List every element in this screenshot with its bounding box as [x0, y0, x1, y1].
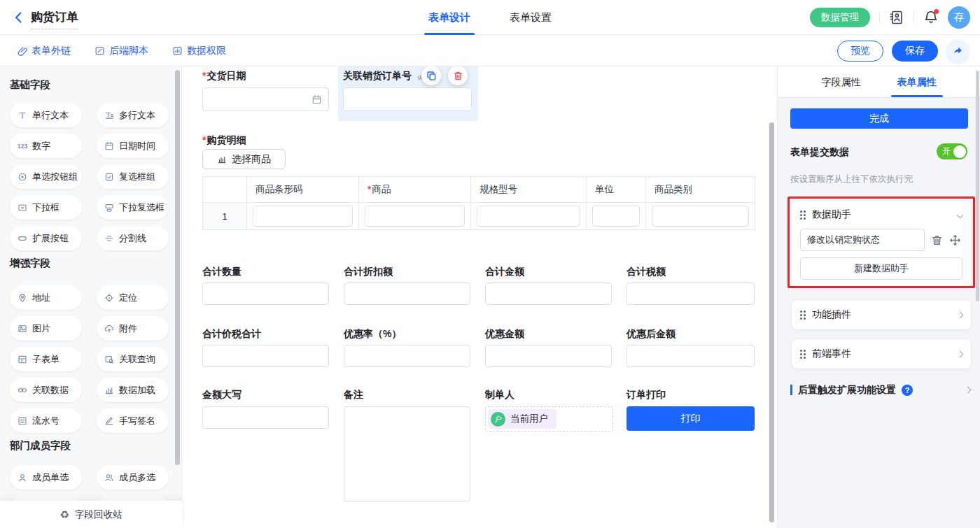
chip-extend-button[interactable]: 扩展按钮 [10, 226, 82, 250]
print-field-label: 订单打印 [626, 389, 666, 401]
help-icon[interactable]: ? [902, 385, 913, 396]
done-button[interactable]: 完成 [790, 108, 968, 129]
chip-signature[interactable]: 手写签名 [97, 408, 169, 433]
new-assistant-button[interactable]: 新建数据助手 [800, 257, 962, 280]
chip-select[interactable]: 下拉框 [10, 195, 82, 220]
contacts-icon[interactable] [889, 10, 904, 25]
delete-assistant-icon[interactable] [931, 234, 943, 246]
total-qty-input[interactable] [202, 283, 329, 305]
external-link-button[interactable]: 表单外链 [17, 45, 71, 57]
print-button[interactable]: 打印 [626, 406, 755, 431]
chip-multi-line-text[interactable]: 多行文本 [97, 103, 169, 127]
tab-field-properties[interactable]: 字段属性 [822, 66, 861, 97]
textarea-icon [104, 110, 114, 120]
barcode-input[interactable] [253, 206, 353, 227]
total-tax-input[interactable] [626, 283, 755, 305]
dropdown-multi-icon [104, 203, 114, 213]
tab-form-settings[interactable]: 表单设置 [510, 0, 552, 35]
save-button[interactable]: 保存 [892, 41, 938, 62]
total-qty-label: 合计数量 [202, 266, 241, 278]
share-button[interactable] [946, 40, 969, 62]
canvas-scrollbar[interactable] [769, 122, 774, 522]
drag-handle-icon[interactable] [800, 311, 806, 320]
delivery-date-input[interactable] [202, 87, 329, 111]
backend-script-button[interactable]: 后端脚本 [94, 45, 148, 57]
data-manage-button[interactable]: 数据管理 [810, 8, 870, 27]
chip-member-multi[interactable]: 成员多选 [97, 465, 169, 490]
chip-multi-select[interactable]: 下拉复选框 [97, 195, 169, 220]
data-assistant-card[interactable]: 数据助手 修改以销定购状态 新建数据助手 [792, 201, 971, 288]
assistant-item-input[interactable]: 修改以销定购状态 [800, 229, 925, 251]
product-input[interactable] [365, 206, 465, 227]
chip-divider[interactable]: 分割线 [97, 226, 169, 250]
tab-form-properties[interactable]: 表单属性 [897, 66, 937, 97]
chip-linked-query[interactable]: 关联查询 [97, 347, 169, 371]
divider [913, 12, 914, 23]
notification-badge [934, 9, 939, 14]
total-with-tax-input[interactable] [202, 345, 329, 367]
chip-data-load[interactable]: 数据加载 [97, 378, 169, 402]
field-palette-sidebar: 基础字段 单行文本 多行文本 123数字 日期时间 单选按钮组 复选框组 下拉框… [0, 66, 182, 528]
chip-image[interactable]: 图片 [10, 316, 82, 341]
selected-field-linked-order[interactable]: 关联销货订单号 [338, 66, 478, 121]
chevron-right-icon [957, 350, 964, 357]
link-chain-icon [18, 385, 27, 395]
table-row: 1 [203, 203, 755, 230]
post-trigger-settings-link[interactable]: 后置触发扩展功能设置 ? [790, 383, 970, 397]
chip-address[interactable]: 地址 [10, 285, 82, 310]
after-discount-input[interactable] [626, 345, 755, 367]
toolbar-actions: 预览 保存 [837, 35, 969, 66]
chip-attachment[interactable]: 附件 [97, 316, 169, 341]
chip-serial-number[interactable]: 流水号 [10, 408, 82, 433]
chip-checkbox-group[interactable]: 复选框组 [97, 164, 169, 189]
drag-handle-icon[interactable] [800, 211, 806, 220]
chip-subform[interactable]: 子表单 [10, 347, 82, 371]
delete-field-button[interactable] [448, 66, 468, 85]
data-assistant-header[interactable]: 数据助手 [792, 201, 971, 229]
total-with-tax-label: 合计价税合计 [202, 328, 261, 341]
remark-textarea[interactable] [344, 406, 470, 501]
select-product-button[interactable]: 选择商品 [202, 149, 286, 169]
amount-words-input[interactable] [202, 406, 329, 429]
panel-scrollbar[interactable] [976, 71, 979, 301]
notification-bell-icon[interactable] [923, 10, 939, 25]
chip-linked-data[interactable]: 关联数据 [10, 378, 82, 402]
total-amount-input[interactable] [485, 283, 612, 305]
plugin-card[interactable]: 功能插件 [792, 300, 971, 329]
total-discount-input[interactable] [344, 283, 470, 305]
tab-form-design[interactable]: 表单设计 [428, 0, 470, 35]
submit-data-toggle[interactable]: 开 [937, 143, 967, 159]
discount-amount-input[interactable] [485, 345, 612, 367]
form-designer-app: 购货订单 表单设计 表单设置 数据管理 存 表单外链 [0, 0, 980, 528]
crosshair-icon [104, 293, 114, 303]
move-assistant-icon[interactable] [949, 234, 961, 246]
creator-label: 制单人 [485, 389, 514, 401]
chip-number[interactable]: 123数字 [10, 134, 82, 158]
preview-button[interactable]: 预览 [837, 41, 883, 62]
copy-field-button[interactable] [421, 66, 441, 85]
chip-location[interactable]: 定位 [97, 285, 169, 310]
user-avatar[interactable]: 存 [948, 6, 970, 29]
creator-field[interactable]: 户 当前用户 [485, 406, 613, 431]
discount-rate-input[interactable] [344, 345, 470, 367]
category-input[interactable] [652, 206, 749, 227]
linked-order-input[interactable] [343, 87, 472, 111]
field-recycle-bin[interactable]: ♻ 字段回收站 [0, 501, 182, 528]
button-icon [18, 234, 27, 243]
people-icon [104, 473, 114, 483]
section-enhanced-fields: 增强字段 [10, 257, 50, 270]
spec-input[interactable] [477, 206, 580, 227]
chip-single-line-text[interactable]: 单行文本 [10, 103, 82, 127]
chip-datetime[interactable]: 日期时间 [97, 134, 169, 158]
unit-input[interactable] [592, 206, 640, 227]
number-icon: 123 [18, 143, 27, 150]
header-tabs: 表单设计 表单设置 [428, 0, 552, 35]
chevron-left-icon [11, 10, 27, 25]
chip-radio-group[interactable]: 单选按钮组 [10, 164, 82, 189]
frontend-event-card[interactable]: 前端事件 [792, 339, 971, 369]
drag-handle-icon[interactable] [800, 350, 806, 359]
sidebar-scrollbar[interactable] [175, 70, 180, 465]
data-permission-button[interactable]: 数据权限 [172, 45, 226, 57]
chip-member-single[interactable]: 成员单选 [10, 465, 82, 490]
back-button[interactable] [11, 10, 27, 25]
